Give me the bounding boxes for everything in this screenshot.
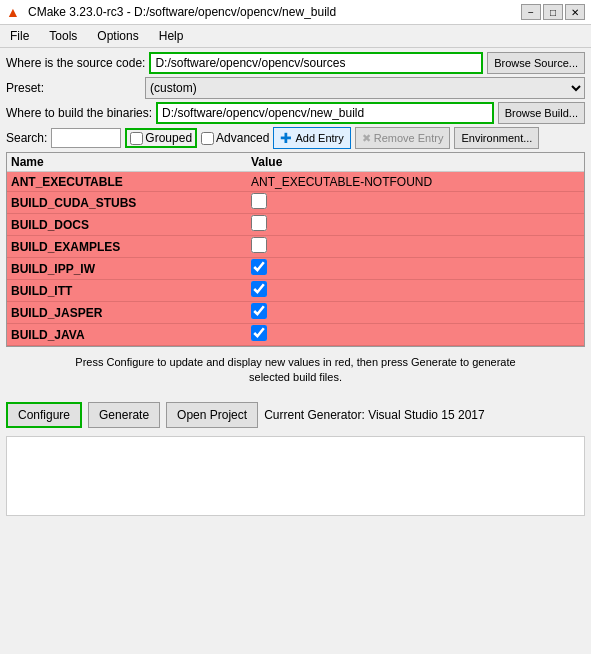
advanced-checkbox[interactable] [201, 132, 214, 145]
cell-value [251, 325, 580, 344]
source-label: Where is the source code: [6, 56, 145, 70]
build-label: Where to build the binaries: [6, 106, 152, 120]
status-text: Press Configure to update and display ne… [75, 356, 515, 383]
cell-checkbox[interactable] [251, 281, 267, 297]
table-row: BUILD_JPEG [7, 346, 584, 347]
cell-checkbox[interactable] [251, 325, 267, 341]
grouped-label: Grouped [145, 131, 192, 145]
table-header: Name Value [7, 153, 584, 172]
cell-name: BUILD_DOCS [11, 218, 251, 232]
output-area [6, 436, 585, 516]
generate-button[interactable]: Generate [88, 402, 160, 428]
environment-button[interactable]: Environment... [454, 127, 539, 149]
add-icon: ✚ [280, 130, 292, 146]
cell-value [251, 215, 580, 234]
table-body: ANT_EXECUTABLEANT_EXECUTABLE-NOTFOUNDBUI… [7, 172, 584, 347]
title-bar: ▲ CMake 3.23.0-rc3 - D:/software/opencv/… [0, 0, 591, 25]
table-row: BUILD_IPP_IW [7, 258, 584, 280]
table-row: BUILD_DOCS [7, 214, 584, 236]
table-row: BUILD_EXAMPLES [7, 236, 584, 258]
add-entry-button[interactable]: ✚ Add Entry [273, 127, 350, 149]
build-input[interactable] [156, 102, 494, 124]
menu-bar: File Tools Options Help [0, 25, 591, 48]
preset-label: Preset: [6, 81, 141, 95]
table-row: BUILD_JASPER [7, 302, 584, 324]
browse-source-button[interactable]: Browse Source... [487, 52, 585, 74]
menu-options[interactable]: Options [91, 27, 144, 45]
status-bar: Press Configure to update and display ne… [6, 351, 585, 390]
search-toolbar-row: Search: Grouped Advanced ✚ Add Entry ✖ R… [6, 127, 585, 149]
cell-value [251, 281, 580, 300]
cell-checkbox[interactable] [251, 303, 267, 319]
source-row: Where is the source code: Browse Source.… [6, 52, 585, 74]
cell-checkbox[interactable] [251, 237, 267, 253]
cell-checkbox[interactable] [251, 259, 267, 275]
title-bar-text: CMake 3.23.0-rc3 - D:/software/opencv/op… [28, 5, 515, 19]
search-input[interactable] [51, 128, 121, 148]
search-label: Search: [6, 131, 47, 145]
minimize-button[interactable]: − [521, 4, 541, 20]
source-input[interactable] [149, 52, 483, 74]
value-column-header: Value [251, 155, 580, 169]
cell-value [251, 303, 580, 322]
cell-name: BUILD_ITT [11, 284, 251, 298]
remove-icon: ✖ [362, 132, 371, 145]
cell-name: BUILD_JAVA [11, 328, 251, 342]
cell-name: BUILD_IPP_IW [11, 262, 251, 276]
cell-value [251, 237, 580, 256]
build-row: Where to build the binaries: Browse Buil… [6, 102, 585, 124]
name-column-header: Name [11, 155, 251, 169]
preset-select[interactable]: (custom) [145, 77, 585, 99]
window-controls: − □ ✕ [521, 4, 585, 20]
cell-name: ANT_EXECUTABLE [11, 175, 251, 189]
remove-entry-button[interactable]: ✖ Remove Entry [355, 127, 451, 149]
cell-name: BUILD_JASPER [11, 306, 251, 320]
configure-button[interactable]: Configure [6, 402, 82, 428]
menu-tools[interactable]: Tools [43, 27, 83, 45]
grouped-checkbox-container: Grouped [125, 128, 197, 148]
table-row: BUILD_ITT [7, 280, 584, 302]
action-row: Configure Generate Open Project Current … [0, 398, 591, 432]
cell-checkbox[interactable] [251, 193, 267, 209]
generator-label: Current Generator: Visual Studio 15 2017 [264, 408, 485, 422]
preset-row: Preset: (custom) [6, 77, 585, 99]
grouped-checkbox[interactable] [130, 132, 143, 145]
maximize-button[interactable]: □ [543, 4, 563, 20]
app-icon: ▲ [6, 4, 22, 20]
table-row: ANT_EXECUTABLEANT_EXECUTABLE-NOTFOUND [7, 172, 584, 192]
cell-value [251, 259, 580, 278]
close-button[interactable]: ✕ [565, 4, 585, 20]
table-row: BUILD_JAVA [7, 324, 584, 346]
main-content: Where is the source code: Browse Source.… [0, 48, 591, 398]
cell-name: BUILD_EXAMPLES [11, 240, 251, 254]
advanced-label: Advanced [216, 131, 269, 145]
cell-name: BUILD_CUDA_STUBS [11, 196, 251, 210]
menu-file[interactable]: File [4, 27, 35, 45]
browse-build-button[interactable]: Browse Build... [498, 102, 585, 124]
cell-checkbox[interactable] [251, 215, 267, 231]
open-project-button[interactable]: Open Project [166, 402, 258, 428]
menu-help[interactable]: Help [153, 27, 190, 45]
entries-table: Name Value ANT_EXECUTABLEANT_EXECUTABLE-… [6, 152, 585, 347]
table-row: BUILD_CUDA_STUBS [7, 192, 584, 214]
cell-value: ANT_EXECUTABLE-NOTFOUND [251, 175, 580, 189]
advanced-checkbox-container: Advanced [201, 131, 269, 145]
cell-value [251, 193, 580, 212]
